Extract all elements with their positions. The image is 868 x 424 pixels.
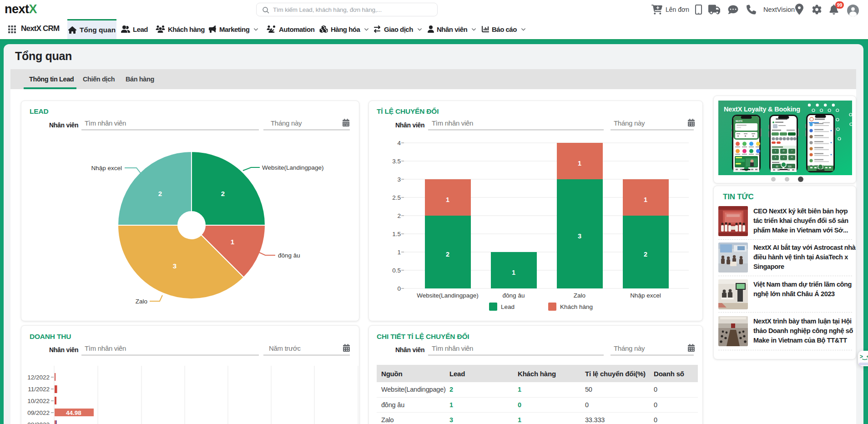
svg-text:08/2022: 08/2022 [27, 421, 50, 424]
svg-text:1: 1 [644, 196, 647, 203]
svg-text:1: 1 [578, 160, 581, 167]
svg-text:2.5: 2.5 [392, 194, 401, 201]
svg-text:60: 60 [776, 166, 778, 168]
svg-text:1: 1 [446, 196, 449, 203]
svg-text:Website(Landingpage): Website(Landingpage) [417, 292, 479, 299]
svg-text:NextX Loyalty & Booking: NextX Loyalty & Booking [724, 106, 800, 113]
svg-text:3.5: 3.5 [392, 158, 401, 165]
svg-text:42: 42 [782, 150, 785, 152]
svg-text:đông âu: đông âu [503, 292, 525, 299]
svg-text:11/2022: 11/2022 [28, 386, 50, 393]
svg-text:12/2022: 12/2022 [27, 374, 50, 381]
svg-text:2: 2 [158, 190, 162, 197]
svg-text:10/2022: 10/2022 [27, 398, 50, 404]
svg-text:09/2022: 09/2022 [27, 409, 50, 416]
svg-text:0.5: 0.5 [392, 267, 401, 274]
svg-text:30: 30 [791, 156, 793, 158]
svg-text:NEXTX: NEXTX [736, 120, 742, 122]
svg-text:2: 2 [644, 251, 647, 258]
svg-text:926: 926 [788, 166, 792, 168]
svg-text:2: 2 [446, 251, 449, 258]
svg-text:1.5: 1.5 [392, 231, 401, 237]
svg-text:Website(Landingpage): Website(Landingpage) [262, 164, 324, 171]
svg-text:Lead: Lead [501, 303, 515, 310]
svg-text:44.98: 44.98 [66, 409, 81, 416]
svg-text:1: 1 [397, 249, 401, 256]
svg-text:3: 3 [578, 232, 581, 240]
svg-text:1: 1 [231, 238, 234, 246]
svg-text:2: 2 [221, 190, 225, 197]
svg-text:Zalo: Zalo [574, 292, 585, 299]
svg-text:3: 3 [173, 262, 177, 270]
svg-text:4: 4 [397, 140, 401, 146]
svg-text:0: 0 [397, 285, 401, 292]
svg-text:3: 3 [397, 176, 401, 183]
svg-text:Zalo: Zalo [136, 298, 147, 305]
svg-text:2: 2 [397, 212, 401, 219]
svg-text:Nhập excel: Nhập excel [91, 165, 122, 172]
svg-text:đông âu: đông âu [278, 252, 300, 259]
svg-text:1: 1 [512, 269, 515, 276]
svg-text:Khách hàng: Khách hàng [560, 303, 593, 310]
svg-text:Nhập excel: Nhập excel [630, 292, 661, 299]
